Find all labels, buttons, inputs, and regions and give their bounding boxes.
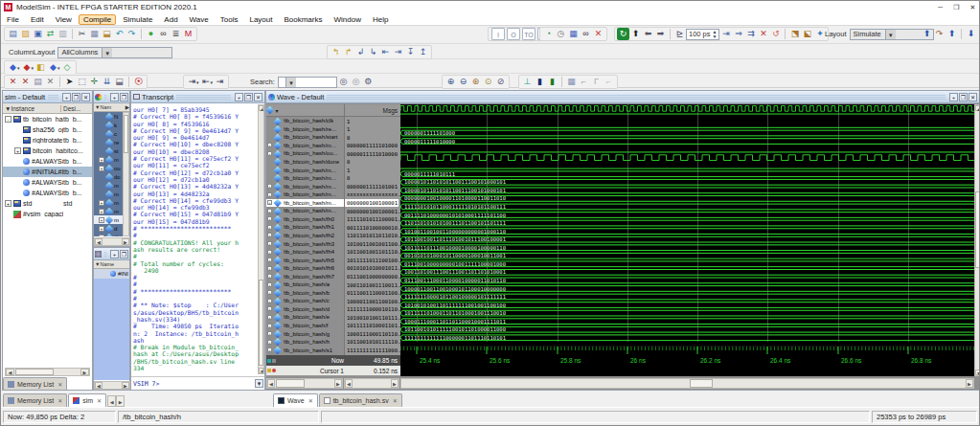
menu-layout[interactable]: Layout [244, 14, 277, 25]
objects-item[interactable]: m [94, 190, 124, 198]
fall-right-icon[interactable]: ↥ [417, 46, 429, 58]
cut-signal-icon[interactable]: ✕ [7, 76, 19, 88]
signal-row[interactable]: +/tb_bitcoin_hash/f [266, 322, 344, 330]
step-icon[interactable]: ⬔ [788, 28, 801, 40]
tree-expander-icon[interactable]: + [267, 250, 272, 255]
objects-item[interactable]: do [94, 172, 124, 181]
tree-expander-icon[interactable]: + [267, 233, 272, 237]
leaf-values-icon[interactable]: ▮ [534, 76, 546, 88]
dock-plus-icon[interactable]: + [110, 93, 119, 101]
back-icon[interactable]: ⬅ [642, 28, 654, 40]
tree-expander-icon[interactable]: + [99, 209, 104, 214]
tree-expander-icon[interactable]: + [267, 282, 272, 287]
env-up-icon[interactable]: ◔ [542, 28, 555, 40]
tab-sim[interactable]: sim✕ [68, 393, 106, 407]
close-tab-icon[interactable]: ✕ [393, 397, 398, 404]
expand-top-icon[interactable]: ⬆ [946, 28, 958, 40]
objects-name-column[interactable]: ▼Nam [94, 104, 111, 110]
paste-signal-icon[interactable]: ▤ [32, 76, 44, 88]
tree-expander-icon[interactable]: + [5, 200, 11, 207]
tree-expander-icon[interactable]: + [267, 241, 272, 246]
search-settings-icon[interactable]: ⚙ [362, 76, 375, 88]
tree-expander-icon[interactable]: + [267, 209, 272, 213]
tree-expander-icon[interactable]: + [267, 324, 272, 328]
minimize-button[interactable]: ─ [932, 1, 948, 13]
names-hscrollbar[interactable]: ◀ ▶ [266, 378, 343, 389]
dock-plus-icon[interactable]: + [235, 93, 243, 101]
signal-row[interactable]: +/tb_bitcoin_hash/fh0 [266, 215, 344, 224]
delete-signal-icon[interactable]: ✕ [44, 76, 57, 88]
wave-hscrollbar[interactable]: ▶ [400, 378, 974, 389]
run-continue-icon[interactable]: ⇒ [732, 28, 744, 40]
signal-row[interactable]: +/tb_bitcoin_hash/b [266, 289, 344, 298]
new-file-icon[interactable]: ▤ [7, 28, 19, 40]
objects-item[interactable]: +m [94, 215, 124, 224]
transcript-header[interactable]: Transcript + ❐ ✕ [131, 91, 264, 103]
wave-vscrollbar[interactable]: ▲ ▼ [974, 104, 980, 376]
edge1-icon[interactable]: ⌐ [578, 76, 590, 88]
copy-icon[interactable]: ▦ [88, 28, 101, 40]
signal-row[interactable]: +/tb_bitcoin_hash/m... [266, 191, 344, 199]
objects-item[interactable]: +m [94, 155, 124, 164]
radix-event-button[interactable]: TO [522, 28, 536, 40]
search-input[interactable]: ▼ [278, 77, 337, 88]
objects-item[interactable]: +m [94, 198, 124, 207]
close-panel-icon[interactable]: ✕ [254, 93, 262, 101]
column-layout-select[interactable]: AllColumns▼ [57, 47, 172, 58]
tree-item[interactable]: rightrotatetb_b... [3, 135, 92, 146]
run-length-spinner[interactable]: 100 ps▲▼ [686, 29, 719, 40]
signal-row[interactable]: +/tb_bitcoin_hash/g [266, 329, 344, 338]
collapse-all-icon[interactable]: ▾ [276, 107, 279, 114]
break-icon[interactable]: ✕ [757, 28, 769, 40]
insert-cursor-icon[interactable]: ↰ [330, 46, 342, 58]
edge-right-icon[interactable]: ⇥ [392, 46, 404, 58]
search-up-icon[interactable]: ◎ [350, 76, 362, 88]
maximize-button[interactable]: ❐ [948, 1, 965, 13]
edge-left-icon[interactable]: ⇤ [379, 46, 392, 58]
transcript-text[interactable]: our H0[ 7] = 85ab3945# Correct H0[ 8] = … [133, 106, 257, 374]
tree-item[interactable]: +stdstd [3, 198, 92, 209]
search-down-icon[interactable]: ◎ [337, 76, 350, 88]
tree-item[interactable]: +bitcoin_hash_in...bitco... [3, 146, 92, 156]
tree-expander-icon[interactable]: + [267, 225, 272, 230]
signal-row[interactable]: +/tb_bitcoin_hash/m... [266, 182, 344, 191]
tree-item[interactable]: #ALWAYS#77tb_b... [3, 156, 92, 167]
signal-row[interactable]: +/tb_bitcoin_hash/ou... [266, 149, 344, 158]
command-history-dropdown[interactable]: ▼ [255, 379, 263, 388]
signal-row[interactable]: +/tb_bitcoin_hash/h [266, 338, 344, 347]
menu-add[interactable]: Add [159, 14, 182, 25]
signal-row[interactable]: /tb_bitcoin_hash/re... [266, 125, 344, 134]
run-all-icon[interactable]: ⇉ [744, 28, 757, 40]
tree-expander-icon[interactable]: + [267, 266, 272, 271]
edit-wave-icon[interactable]: ◧ [34, 61, 47, 74]
forward-icon[interactable]: ➡ [654, 28, 667, 40]
tab-source-file[interactable]: tb_bitcoin_hash.sv✕ [319, 393, 402, 407]
cut-icon[interactable]: ✂ [76, 28, 88, 40]
tree-expander-icon[interactable]: + [267, 274, 272, 279]
msgs-column-header[interactable]: Msgs [344, 104, 400, 117]
tree-expander-icon[interactable]: + [267, 340, 272, 345]
signal-row[interactable]: +/tb_bitcoin_hash/fh4 [266, 248, 344, 257]
step-over-icon[interactable]: ⬕ [801, 28, 813, 40]
tree-item[interactable]: #INITIAL#85tb_b... [3, 167, 92, 177]
tree-expander-icon[interactable]: + [267, 290, 272, 295]
insert-cursor2-icon[interactable]: ↱ [342, 46, 354, 58]
menu-tools[interactable]: Tools [216, 14, 243, 25]
tree-expander-icon[interactable]: + [99, 200, 104, 206]
signal-row[interactable]: +/tb_bitcoin_hash/fh7 [266, 272, 344, 280]
chevron-down-icon[interactable]: ▼ [885, 30, 896, 39]
menu-edit[interactable]: Edit [26, 14, 49, 25]
close-panel-icon[interactable]: ✕ [969, 93, 977, 101]
menu-simulate[interactable]: Simulate [118, 14, 157, 25]
processes-panel-header[interactable]: + ❐ [94, 248, 129, 260]
menu-wave[interactable]: Wave [185, 14, 214, 25]
compile-run-icon[interactable]: ● [145, 28, 157, 40]
radix-logic-button[interactable]: O [507, 28, 520, 40]
waveform-canvas[interactable]: 0000001111101000000001111101000000000111… [400, 104, 974, 376]
tree-expander-icon[interactable]: + [267, 200, 272, 205]
signal-row[interactable]: +/tb_bitcoin_hash/m... [266, 199, 344, 208]
grid-mode-icon[interactable]: ▮ [546, 76, 558, 88]
tree-item[interactable]: -tb_bitcoin_hashtb_b... [3, 114, 92, 124]
objects-hscrollbar[interactable]: ◀ ▶ [94, 237, 130, 246]
undock-icon[interactable]: ❐ [120, 93, 128, 101]
